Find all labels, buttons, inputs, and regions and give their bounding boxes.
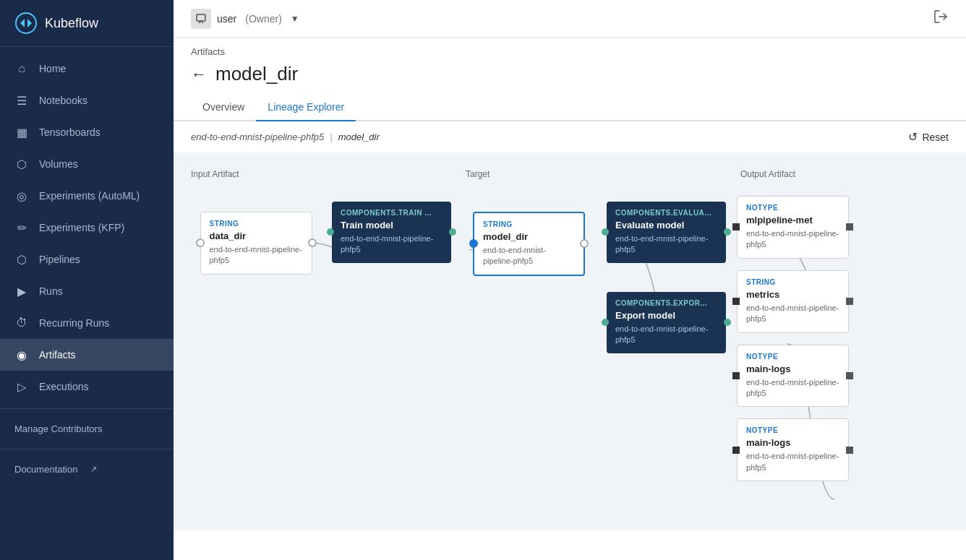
sidebar-item-runs[interactable]: ▶ Runs — [0, 275, 174, 307]
sidebar-item-experiments-automl[interactable]: ◎ Experiments (AutoML) — [0, 180, 174, 212]
target-artifact-run: end-to-end-mnist-pipeline-phfp5 — [483, 245, 575, 267]
svg-point-0 — [16, 13, 36, 33]
output-artifact-3-name: main-logs — [746, 437, 839, 448]
sidebar-item-artifacts-label: Artifacts — [39, 349, 76, 361]
user-name: user — [217, 13, 236, 25]
sidebar-item-executions[interactable]: ▷ Executions — [0, 371, 174, 402]
topbar: user (Owner) ▼ — [174, 0, 966, 38]
sidebar-item-recurring-runs[interactable]: ⏱ Recurring Runs — [0, 307, 174, 339]
kubeflow-logo-icon — [14, 12, 38, 35]
output-artifact-0-type: NOTYPE — [746, 204, 839, 212]
sidebar-nav: ⌂ Home ☰ Notebooks ▦ Tensorboards ⬡ Volu… — [0, 47, 174, 560]
export-exec-run: end-to-end-mnist-pipeline-phfp5 — [615, 324, 717, 346]
export-exec-card[interactable]: COMPONENTS.EXPOR... Export model end-to-… — [607, 292, 726, 353]
target-artifact-name: model_dir — [483, 231, 575, 242]
sidebar: Kubeflow ⌂ Home ☰ Notebooks ▦ Tensorboar… — [0, 0, 174, 560]
user-selector[interactable]: user (Owner) ▼ — [191, 9, 299, 29]
output-artifact-mainlogs-2[interactable]: NOTYPE main-logs end-to-end-mnist-pipeli… — [737, 418, 849, 481]
train-exec-run: end-to-end-mnist-pipeline-phfp5 — [341, 233, 443, 256]
sidebar-item-notebooks[interactable]: ☰ Notebooks — [0, 85, 174, 116]
page-title: model_dir — [215, 63, 298, 85]
external-link-icon: ↗ — [90, 465, 97, 474]
logout-button[interactable] — [933, 9, 949, 28]
target-artifact-left-connector — [469, 239, 478, 248]
output-artifact-0-name: mlpipeline-met — [746, 215, 839, 225]
sidebar-item-tensorboards-label: Tensorboards — [39, 126, 101, 138]
app-name: Kubeflow — [45, 16, 98, 31]
output-1-right-connector — [846, 298, 853, 305]
pipelines-icon: ⬡ — [14, 252, 29, 267]
executions-icon: ▷ — [14, 379, 29, 394]
tensorboards-icon: ▦ — [14, 125, 29, 139]
sidebar-item-executions-label: Executions — [39, 381, 88, 392]
experiments-kfp-icon: ✏ — [14, 220, 29, 235]
output-3-right-connector — [846, 447, 853, 454]
output-1-left-connector — [732, 298, 740, 305]
sidebar-item-pipelines[interactable]: ⬡ Pipelines — [0, 244, 174, 275]
input-artifact-run: end-to-end-mnist-pipeline-phfp5 — [210, 244, 303, 267]
target-column-header: Target — [466, 167, 596, 180]
output-artifact-metrics[interactable]: STRING metrics end-to-end-mnist-pipeline… — [737, 270, 849, 333]
sidebar-item-volumes[interactable]: ⬡ Volumes — [0, 148, 174, 180]
input-artifact-column: STRING data_dir end-to-end-mnist-pipelin… — [191, 189, 321, 481]
lineage-separator: | — [330, 132, 332, 142]
page-content: Artifacts ← model_dir Overview Lineage E… — [174, 38, 966, 560]
sidebar-item-notebooks-label: Notebooks — [39, 95, 87, 106]
reset-button[interactable]: ↺ Reset — [908, 130, 949, 144]
output-0-right-connector — [846, 223, 853, 231]
sidebar-item-experiments-kfp[interactable]: ✏ Experiments (KFP) — [0, 212, 174, 244]
output-artifact-1-run: end-to-end-mnist-pipeline-phfp5 — [746, 303, 839, 325]
user-icon — [191, 9, 211, 29]
exec1-column-header — [321, 167, 466, 180]
lineage-pipeline: end-to-end-mnist-pipeline-phfp5 — [191, 132, 324, 142]
export-exec-name: Export model — [615, 310, 717, 321]
target-artifact-card[interactable]: STRING model_dir end-to-end-mnist-pipeli… — [473, 212, 585, 276]
lineage-graph: Input Artifact Target Output Artifact — [174, 152, 966, 530]
sidebar-item-runs-label: Runs — [39, 285, 63, 297]
tab-lineage-explorer[interactable]: Lineage Explorer — [256, 94, 356, 121]
output-artifact-2-run: end-to-end-mnist-pipeline-phfp5 — [746, 377, 839, 400]
output-0-left-connector — [732, 223, 740, 231]
runs-icon: ▶ — [14, 284, 29, 298]
tab-overview[interactable]: Overview — [191, 94, 256, 121]
target-artifact-type: STRING — [483, 220, 575, 228]
home-icon: ⌂ — [14, 61, 29, 76]
input-artifact-card[interactable]: STRING data_dir end-to-end-mnist-pipelin… — [200, 212, 312, 275]
evaluate-exec-type: COMPONENTS.EVALUA... — [615, 209, 717, 217]
sidebar-manage-contributors[interactable]: Manage Contributors — [0, 415, 174, 443]
sidebar-item-artifacts[interactable]: ◉ Artifacts — [0, 339, 174, 371]
back-button[interactable]: ← — [191, 66, 207, 82]
tabs: Overview Lineage Explorer — [174, 94, 966, 121]
sidebar-item-home-label: Home — [39, 63, 66, 74]
sidebar-item-volumes-label: Volumes — [39, 158, 78, 170]
input-artifact-left-connector — [196, 238, 205, 247]
reset-icon: ↺ — [908, 130, 918, 144]
input-artifact-type: STRING — [210, 220, 303, 228]
main-content: user (Owner) ▼ Artifacts ← model_dir Ove… — [174, 0, 966, 560]
output-column-header: Output Artifact — [740, 167, 871, 180]
export-exec-type: COMPONENTS.EXPOR... — [615, 299, 717, 307]
user-dropdown-icon: ▼ — [291, 14, 299, 24]
sidebar-logo[interactable]: Kubeflow — [0, 0, 174, 47]
output-artifact-2-name: main-logs — [746, 363, 839, 374]
sidebar-item-home[interactable]: ⌂ Home — [0, 53, 174, 85]
artifacts-icon: ◉ — [14, 348, 29, 362]
output-artifact-mlpipeline[interactable]: NOTYPE mlpipeline-met end-to-end-mnist-p… — [737, 196, 849, 259]
sidebar-divider-2 — [0, 449, 174, 449]
sidebar-item-tensorboards[interactable]: ▦ Tensorboards — [0, 116, 174, 148]
train-exec-card[interactable]: COMPONENTS.TRAIN ... Train model end-to-… — [332, 202, 451, 263]
evaluate-exec-card[interactable]: COMPONENTS.EVALUA... Evaluate model end-… — [607, 202, 726, 263]
volumes-icon: ⬡ — [14, 157, 29, 171]
sidebar-documentation[interactable]: Documentation ↗ — [0, 455, 174, 483]
recurring-runs-icon: ⏱ — [14, 316, 29, 330]
export-exec-left-connector — [602, 319, 609, 326]
sidebar-divider-1 — [0, 408, 174, 409]
breadcrumb: Artifacts — [174, 38, 966, 60]
sidebar-item-experiments-kfp-label: Experiments (KFP) — [39, 222, 124, 233]
exec2-column-header — [596, 167, 740, 180]
output-artifact-2-type: NOTYPE — [746, 353, 839, 361]
output-artifact-mainlogs-1[interactable]: NOTYPE main-logs end-to-end-mnist-pipeli… — [737, 345, 849, 408]
manage-contributors-label: Manage Contributors — [14, 423, 102, 434]
sidebar-item-recurring-runs-label: Recurring Runs — [39, 317, 109, 329]
output-artifact-0-run: end-to-end-mnist-pipeline-phfp5 — [746, 228, 839, 251]
